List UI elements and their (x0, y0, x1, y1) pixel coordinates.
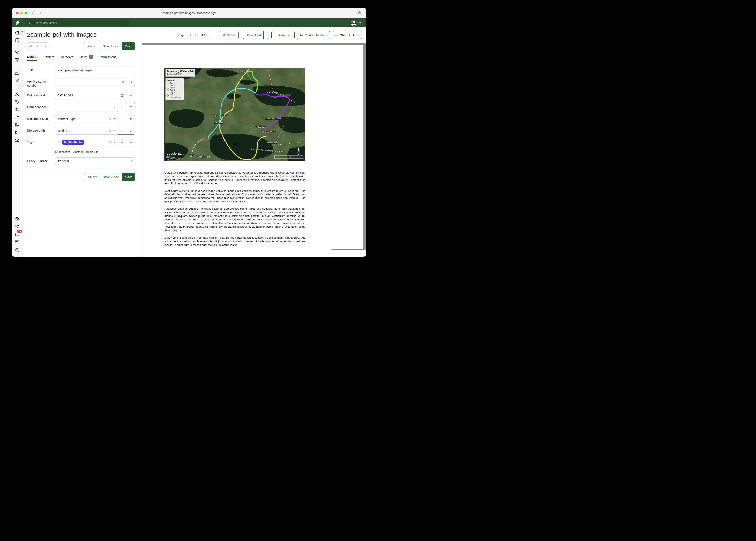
suggested-tag-link[interactable]: Another Sample Tag (73, 150, 98, 153)
calendar-button[interactable] (118, 92, 126, 99)
pdf-viewer: New York IslandGary IslandHausons Island… (142, 43, 366, 257)
share-links-button[interactable]: Share Links (333, 31, 362, 39)
discard-button[interactable]: Discard (84, 42, 100, 50)
tag-pill[interactable]: TagWithPartial (62, 140, 84, 145)
sidebar-item-saved-view-2[interactable] (15, 58, 19, 62)
page-spinner-icon[interactable] (195, 34, 197, 37)
select-caret-icon (113, 118, 116, 120)
sidebar-item-correspondents[interactable] (15, 92, 19, 97)
document-toolbar: Page of 10 Delete Download (175, 31, 362, 39)
sidebar-item-mail[interactable] (15, 138, 19, 143)
sidebar-item-settings[interactable] (15, 217, 19, 221)
field-document-type-label: Document type (27, 115, 55, 123)
sidebar-item-tags[interactable] (15, 100, 19, 104)
sidebar-item-storage-paths[interactable] (15, 115, 19, 120)
sidebar-item-documentation[interactable] (15, 248, 19, 253)
document-type-filter-button[interactable] (126, 115, 135, 123)
date-created-input[interactable] (55, 94, 118, 97)
macos-titlebar: 2sample-pdf-with-images - Paperless-ngx (12, 8, 366, 18)
download-dropdown-button[interactable] (264, 31, 269, 39)
user-menu[interactable] (351, 19, 361, 26)
sidebar-item-workflows[interactable] (15, 130, 19, 135)
delete-button[interactable]: Delete (220, 31, 239, 39)
tab-content-label: Content (43, 55, 54, 59)
filter-icon (129, 117, 132, 121)
tags-filter-button[interactable] (126, 139, 135, 146)
correspondent-filter-button[interactable] (126, 103, 135, 111)
share-icon[interactable] (358, 11, 362, 15)
title-input[interactable] (55, 68, 135, 72)
tab-notes[interactable]: Notes1 (79, 55, 93, 61)
search-icon (29, 22, 32, 25)
date-filter-button[interactable] (126, 92, 135, 99)
caret-down-icon (358, 35, 359, 36)
select-caret-icon (113, 142, 116, 143)
fancy-number-spinner-icon[interactable] (131, 160, 133, 163)
document-edit-panel: 2sample-pdf-with-images Discard Save & n… (27, 31, 135, 181)
add-correspondent-button[interactable] (118, 103, 126, 111)
link-icon (335, 33, 339, 37)
remove-tag-icon[interactable] (58, 141, 60, 144)
plus-icon (120, 129, 124, 132)
edit-tabs: Details Content Metadata Notes1 Permissi… (27, 55, 135, 61)
main-area: Page of 10 Delete Download (22, 27, 366, 257)
save-button-bottom[interactable]: Save (122, 173, 135, 181)
next-document-button[interactable] (41, 42, 48, 50)
save-and-next-button-bottom[interactable]: Save & next (100, 173, 122, 181)
search-input[interactable] (33, 21, 127, 25)
sidebar-expand-button[interactable] (19, 29, 25, 34)
sidebar-item-dashboard[interactable] (15, 31, 19, 35)
caret-down-icon (265, 35, 267, 36)
custom-fields-button[interactable]: Custom Fields (297, 31, 330, 39)
map-island-label: Canoe Island (251, 148, 262, 150)
save-and-next-button[interactable]: Save & next (100, 42, 122, 50)
sidebar-item-documents[interactable] (15, 38, 19, 42)
page-total-label: of 10 (198, 31, 210, 39)
asn-next-button[interactable]: +1 (126, 78, 135, 86)
storage-path-select[interactable]: Testing 12 (55, 127, 118, 135)
tab-details[interactable]: Details (27, 55, 37, 61)
asn-input[interactable] (55, 80, 126, 84)
sidebar-item-tasks[interactable]: 16 (15, 232, 19, 237)
document-type-select[interactable]: Another Type (55, 115, 118, 123)
download-button[interactable]: Download (243, 31, 264, 39)
paperless-logo-icon (15, 20, 20, 25)
pdf-text: Curabitur bibendum ante urna, sed blandi… (164, 171, 305, 250)
map-island-label: Half Dog Island (254, 126, 266, 128)
pdf-paragraph: Duis non tincidunt purus. Nam quis sapie… (164, 236, 305, 247)
sidebar-item-custom-fields[interactable] (15, 123, 19, 127)
sidebar-item-document-types[interactable] (15, 107, 19, 112)
add-document-type-button[interactable] (118, 115, 126, 123)
previous-document-button[interactable] (34, 42, 41, 50)
add-storage-path-button[interactable] (118, 127, 126, 135)
sidebar-item-users-groups[interactable] (15, 224, 19, 229)
pdf-frame-top (142, 43, 366, 45)
correspondent-select[interactable] (55, 103, 118, 111)
tags-select[interactable]: TagWithPartial (55, 139, 118, 146)
discard-button-bottom[interactable]: Discard (84, 173, 100, 181)
storage-path-filter-button[interactable] (126, 127, 135, 135)
clear-icon[interactable] (108, 129, 111, 132)
field-correspondent-label: Correspondent (27, 103, 55, 111)
actions-button[interactable]: Actions (271, 31, 295, 39)
clear-icon[interactable] (108, 118, 111, 120)
close-document-button[interactable] (27, 42, 34, 50)
save-button[interactable]: Save (122, 42, 135, 50)
filter-icon (129, 141, 132, 144)
clear-icon[interactable] (108, 141, 111, 144)
sidebar-item-open-document[interactable] (15, 71, 19, 76)
filter-icon (129, 106, 132, 109)
add-tag-button[interactable] (118, 139, 126, 146)
pdf-scrollbar[interactable] (363, 43, 366, 250)
map-island-label: New York Island (215, 114, 228, 116)
asn-spinner-icon[interactable] (122, 80, 124, 83)
tab-metadata[interactable]: Metadata (60, 55, 73, 61)
map-subtitle: Six days in BWCA (167, 73, 182, 75)
map-title: Boundary Waters Trip (167, 70, 194, 73)
fancy-number-input[interactable] (55, 159, 135, 163)
tab-permissions[interactable]: Permissions (99, 55, 116, 61)
tab-content[interactable]: Content (43, 55, 54, 61)
sidebar-item-saved-view-1[interactable] (15, 50, 19, 55)
sidebar-item-logs[interactable] (15, 240, 19, 244)
sidebar-item-close-all-icon[interactable] (15, 78, 19, 83)
